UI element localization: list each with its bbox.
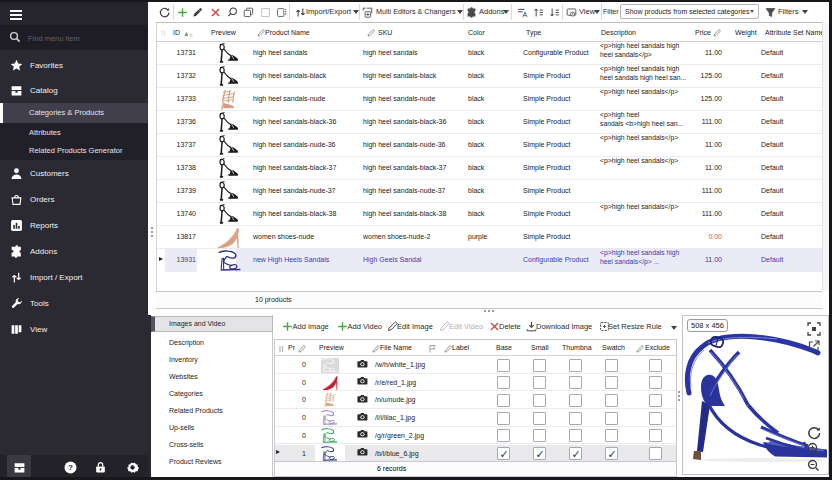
svg-text:A: A (523, 11, 528, 18)
svg-text:?: ? (68, 463, 73, 472)
